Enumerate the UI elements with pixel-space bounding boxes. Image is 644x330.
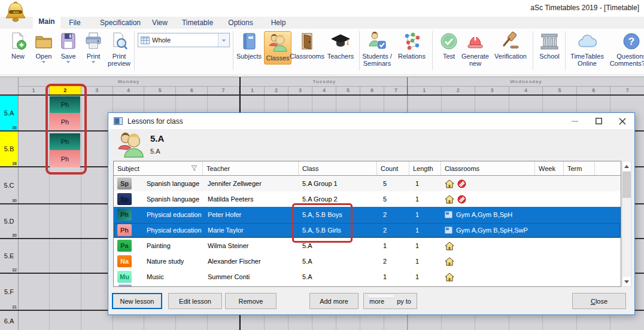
timetables-online-button[interactable]: TimeTables Online <box>569 31 606 67</box>
view-selector-combobox[interactable]: Whole <box>138 33 230 47</box>
menu-item-main[interactable]: Main <box>33 14 60 29</box>
period-header-cell[interactable]: 4 <box>113 86 145 94</box>
relations-button[interactable]: Relations <box>394 31 430 60</box>
cloud-icon <box>577 31 597 51</box>
class-size: 32 <box>12 268 17 272</box>
new-lesson-button[interactable]: New lesson <box>112 293 162 309</box>
menu-item-help[interactable]: Help <box>265 17 291 29</box>
scroll-down-button[interactable] <box>622 277 631 286</box>
period-header-cell[interactable]: 6 <box>360 86 384 94</box>
period-header-cell[interactable]: 3 <box>475 86 509 94</box>
edit-lesson-button[interactable]: Edit lesson <box>168 293 222 309</box>
print-preview-button[interactable]: Print preview <box>103 31 135 67</box>
column-header-class[interactable]: Class <box>299 161 377 175</box>
column-header-count[interactable]: Count <box>377 161 409 175</box>
class-row-label-5a[interactable]: 5.A 36 <box>0 96 19 130</box>
period-header-cell[interactable]: 7 <box>208 86 239 94</box>
close-window-button[interactable] <box>610 113 634 129</box>
screen-classroom-icon <box>445 227 452 234</box>
menu-item-specification[interactable]: Specification <box>91 17 150 29</box>
column-header-term[interactable]: Term <box>564 161 595 175</box>
column-header-week[interactable]: Week <box>535 161 564 175</box>
menu-item-timetable[interactable]: Timetable <box>178 17 217 29</box>
questions-comments-label: Questions Comments? W <box>608 53 644 67</box>
verification-button[interactable]: Verification <box>491 31 530 60</box>
test-button[interactable]: Test <box>437 31 461 60</box>
classes-button-active[interactable]: Classes <box>264 31 291 65</box>
menu-item-file[interactable]: File <box>63 17 87 29</box>
questions-comments-button[interactable]: ? Questions Comments? W <box>608 31 644 67</box>
new-button[interactable]: New <box>5 31 31 60</box>
period-header-cell[interactable]: 5 <box>336 86 360 94</box>
open-button[interactable]: Open <box>31 31 56 65</box>
remove-button[interactable]: Remove <box>225 293 277 309</box>
class-row-label-5c[interactable]: 5.C 30 <box>0 167 19 203</box>
period-header-cell[interactable]: 7 <box>610 86 644 94</box>
period-header-cell[interactable]: 6 <box>176 86 208 94</box>
column-header-subject[interactable]: Subject <box>114 161 203 175</box>
annotation-rectangle-grid <box>45 84 87 175</box>
minimize-button[interactable] <box>563 113 587 129</box>
asc-bell-logo-icon[interactable]: -asc <box>4 1 28 24</box>
period-header-cell[interactable]: 4 <box>312 86 336 94</box>
relations-network-icon <box>402 31 422 51</box>
class-row-label-5f[interactable]: 5.F 31 <box>0 274 19 310</box>
school-label: School <box>539 53 560 60</box>
render-artifact-button[interactable]: more py to <box>363 293 417 309</box>
lesson-row-painting[interactable]: PaPainting Wilma Steiner 5.A 1 1 <box>114 238 621 253</box>
dialog-title-bar[interactable]: Lessons for class <box>108 113 634 129</box>
open-dropdown-icon[interactable] <box>42 61 45 65</box>
close-button[interactable]: Close <box>572 293 626 309</box>
home-classroom-icon <box>445 242 454 250</box>
period-header-cell[interactable]: 6 <box>577 86 611 94</box>
dialog-class-code: 5.A <box>150 148 160 155</box>
relations-label: Relations <box>398 53 426 60</box>
lesson-row-nature-study[interactable]: NaNature study Alexander Fischer 5.A 2 1 <box>114 253 621 269</box>
triangle-down-icon <box>624 280 629 286</box>
teachers-button[interactable]: Teachers <box>325 31 356 60</box>
lesson-row-physical-education-boys[interactable]: PhPhysical education Peter Hofer 5.A, 5.… <box>114 207 621 222</box>
column-header-teacher[interactable]: Teacher <box>203 161 299 175</box>
period-header-cell[interactable]: 2 <box>265 86 288 94</box>
scroll-up-button[interactable] <box>622 161 631 171</box>
combo-dropdown-button[interactable] <box>218 33 229 47</box>
lesson-row-music[interactable]: MuMusic Summer Conti 5.A 1 1 <box>114 269 621 285</box>
menu-item-options[interactable]: Options <box>223 17 259 29</box>
period-header-cell[interactable]: 1 <box>241 86 265 94</box>
period-header-cell[interactable]: 7 <box>384 86 408 94</box>
generate-new-button[interactable]: Generate new <box>461 31 490 67</box>
lesson-row-spanish-group1[interactable]: SpSpanish language Jennifer Zellweger 5.… <box>114 176 621 191</box>
classrooms-button[interactable]: Classrooms <box>290 31 324 60</box>
print-dropdown-icon[interactable] <box>92 61 95 65</box>
column-header-length[interactable]: Length <box>409 161 441 175</box>
class-row-label-5d[interactable]: 5.D 30 <box>0 204 19 238</box>
save-button[interactable]: Save <box>56 31 80 65</box>
period-header-cell[interactable]: 1 <box>18 86 50 94</box>
table-scrollbar[interactable] <box>622 161 631 287</box>
students-seminars-button[interactable]: Students / Seminars <box>362 31 393 67</box>
class-row-label-6a[interactable]: 6.A <box>0 311 19 330</box>
day-header-tuesday: Tuesday <box>239 77 408 87</box>
class-size: 30 <box>12 233 17 237</box>
lesson-row-spanish-group2[interactable]: SpSpanish language Matilda Peeters 5.A G… <box>114 191 621 207</box>
scrollbar-thumb[interactable] <box>622 172 631 198</box>
subjects-button[interactable]: Subjects <box>235 31 263 60</box>
school-button[interactable]: School <box>535 31 564 60</box>
maximize-button[interactable] <box>587 113 610 129</box>
period-header-cell[interactable]: 5 <box>543 86 577 94</box>
class-row-label-5e[interactable]: 5.E 32 <box>0 239 19 273</box>
filter-funnel-icon[interactable] <box>191 165 198 172</box>
menu-item-view[interactable]: View <box>147 17 173 29</box>
application-window: aSc Timetables 2019 - [Timetable] Main F… <box>0 0 644 330</box>
column-header-classrooms[interactable]: Classrooms <box>441 161 535 175</box>
class-row-label-5b[interactable]: 5.B 38 <box>0 132 19 166</box>
period-header-cell[interactable]: 1 <box>408 86 442 94</box>
print-button[interactable]: Print <box>81 31 105 65</box>
period-header-cell[interactable]: 2 <box>442 86 476 94</box>
period-header-cell[interactable]: 4 <box>509 86 543 94</box>
lesson-row-physical-education-girls[interactable]: PhPhysical education Marie Taylor 5.A, 5… <box>114 222 621 238</box>
save-dropdown-icon[interactable] <box>66 61 70 65</box>
period-header-cell[interactable]: 3 <box>288 86 312 94</box>
period-header-cell[interactable]: 5 <box>144 86 176 94</box>
add-more-button[interactable]: Add more <box>309 293 359 309</box>
